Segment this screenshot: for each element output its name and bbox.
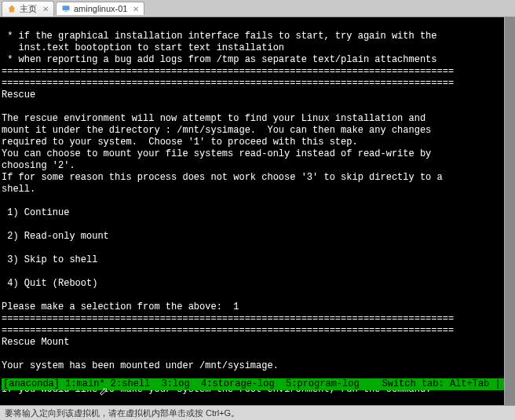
scroll-thumb[interactable]: [505, 17, 515, 405]
menu-option: 3) Skip to shell: [7, 254, 97, 265]
scrollbar[interactable]: [504, 17, 515, 405]
terminal-line: * if the graphical installation interfac…: [2, 31, 437, 42]
terminal-hr: ========================================…: [2, 313, 454, 324]
terminal-line: mount it under the directory : /mnt/sysi…: [2, 125, 431, 136]
terminal-line: * when reporting a bug add logs from /tm…: [2, 54, 437, 65]
terminal-line: Your system has been mounted under /mnt/…: [2, 360, 279, 371]
tab-vm[interactable]: aminglinux-01 ✕: [56, 2, 144, 15]
terminal-line: You can choose to mount your file system…: [2, 148, 431, 159]
tab-label: aminglinux-01: [74, 4, 127, 13]
close-icon[interactable]: ✕: [42, 5, 49, 13]
anaconda-statusbar: [anaconda] 1:main* 2:shell 3:log 4:stora…: [2, 378, 513, 390]
menu-option: 1) Continue: [7, 207, 69, 218]
terminal-hr: ========================================…: [2, 66, 454, 77]
terminal-line: required to your system. Choose '1' to p…: [2, 137, 358, 148]
terminal-line: choosing '2'.: [2, 160, 75, 171]
svg-rect-1: [65, 11, 68, 12]
vm-hint-text: 要将输入定向到该虚拟机，请在虚拟机内部单击或按 Ctrl+G。: [5, 407, 239, 419]
terminal-hr: ========================================…: [2, 78, 454, 89]
rescue-mount-title: Rescue Mount: [2, 337, 69, 348]
vm-status-bar: 要将输入定向到该虚拟机，请在虚拟机内部单击或按 Ctrl+G。: [0, 405, 515, 420]
terminal-line: shell.: [2, 184, 35, 195]
svg-rect-0: [63, 5, 70, 10]
terminal-line: The rescue environment will now attempt …: [2, 113, 426, 124]
terminal-line: inst.text bootoption to start text insta…: [2, 42, 284, 53]
tab-label: 主页: [20, 3, 37, 15]
terminal-output[interactable]: * if the graphical installation interfac…: [0, 17, 515, 405]
selection-prompt: Please make a selection from the above: …: [2, 301, 239, 312]
menu-option: 2) Read-only mount: [7, 231, 109, 242]
rescue-title: Rescue: [2, 89, 35, 100]
home-icon: [7, 4, 16, 13]
menu-option: 4) Quit (Reboot): [7, 278, 97, 289]
terminal-hr: ========================================…: [2, 325, 454, 336]
close-icon[interactable]: ✕: [133, 5, 139, 13]
tab-home[interactable]: 主页 ✕: [2, 1, 54, 16]
vm-icon: [61, 4, 71, 13]
tab-bar: 主页 ✕ aminglinux-01 ✕: [0, 0, 515, 17]
terminal-line: If for some reason this process does not…: [2, 172, 443, 183]
